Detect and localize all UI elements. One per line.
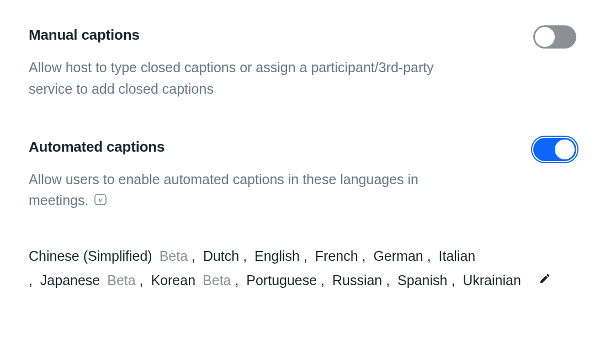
language-item: Italian [439, 248, 476, 264]
automated-captions-toggle[interactable] [531, 136, 579, 163]
pencil-icon[interactable] [539, 268, 551, 292]
language-separator: , [231, 272, 246, 288]
svg-text:v: v [99, 196, 103, 204]
automated-captions-title: Automated captions [29, 138, 576, 156]
language-separator: , [447, 272, 463, 288]
language-separator: , [239, 248, 254, 264]
manual-captions-section: Manual captions Allow host to type close… [29, 26, 576, 100]
language-item: Japanese [40, 272, 100, 288]
automated-captions-description: Allow users to enable automated captions… [29, 169, 448, 213]
language-separator: , [300, 248, 315, 264]
language-beta-label: Beta [107, 272, 135, 288]
language-separator: , [29, 272, 40, 288]
language-separator: , [136, 272, 151, 288]
language-item: Ukrainian [463, 272, 521, 288]
automated-captions-section: Automated captions Allow users to enable… [29, 138, 576, 294]
manual-captions-title: Manual captions [29, 26, 576, 44]
language-separator: , [188, 248, 203, 264]
language-separator: , [358, 248, 374, 264]
language-item: German [373, 248, 423, 264]
automated-captions-language-list: Chinese (Simplified) Beta , Dutch , Engl… [29, 244, 576, 293]
language-item: Russian [332, 272, 382, 288]
language-item: Spanish [397, 272, 447, 288]
automated-captions-description-text: Allow users to enable automated captions… [29, 172, 418, 208]
language-item: Portuguese [246, 272, 317, 288]
manual-captions-toggle[interactable] [533, 25, 576, 49]
language-separator: , [317, 272, 332, 288]
language-item: Dutch [203, 248, 239, 264]
language-beta-label: Beta [203, 272, 231, 288]
language-separator: , [423, 248, 439, 264]
language-separator: , [382, 272, 397, 288]
language-item: English [254, 248, 300, 264]
v-badge-icon[interactable]: v [94, 190, 107, 211]
language-item: Chinese (Simplified) [29, 248, 152, 264]
manual-captions-description: Allow host to type closed captions or as… [29, 57, 448, 100]
language-beta-label: Beta [160, 248, 188, 264]
language-item: Korean [151, 272, 195, 288]
language-item: French [315, 248, 358, 264]
